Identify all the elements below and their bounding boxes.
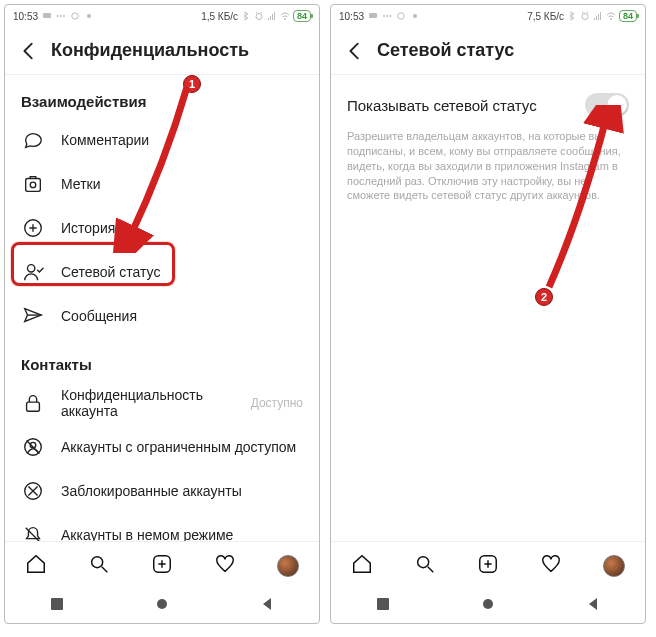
signal-icon <box>593 11 603 21</box>
dot-icon <box>84 11 94 21</box>
row-muted[interactable]: Аккаунты в немом режиме <box>5 513 319 541</box>
row-comments[interactable]: Комментарии <box>5 118 319 162</box>
svg-point-27 <box>610 18 612 20</box>
content-area: Взаимодействия Комментарии Метки История… <box>5 75 319 541</box>
svg-point-19 <box>157 599 167 609</box>
toggle-label: Показывать сетевой статус <box>347 97 537 114</box>
toggle-description: Разрешите владельцам аккаунтов, на котор… <box>331 125 645 207</box>
annotation-badge-1: 1 <box>183 75 201 93</box>
row-tags[interactable]: Метки <box>5 162 319 206</box>
svg-point-31 <box>483 599 493 609</box>
msg-icon <box>368 11 378 21</box>
svg-point-28 <box>418 556 429 567</box>
signal-icon <box>267 11 277 21</box>
back-sys-button[interactable] <box>585 596 601 616</box>
svg-point-21 <box>383 15 385 17</box>
page-title: Конфиденциальность <box>51 40 249 61</box>
wifi-icon <box>280 11 290 21</box>
recents-button[interactable] <box>375 596 391 616</box>
system-nav <box>5 589 319 623</box>
messages-icon <box>21 304 45 328</box>
status-bar: 10:53 1,5 КБ/с 84 <box>5 5 319 27</box>
restricted-icon <box>21 435 45 459</box>
alarm-icon <box>580 11 590 21</box>
search-icon[interactable] <box>414 553 436 579</box>
toggle-switch[interactable] <box>585 93 629 117</box>
home-icon[interactable] <box>25 553 47 579</box>
profile-avatar[interactable] <box>277 555 299 577</box>
sync-icon <box>70 11 80 21</box>
row-account-privacy[interactable]: Конфиденциальность аккаунта Доступно <box>5 381 319 425</box>
svg-point-2 <box>60 15 62 17</box>
svg-point-7 <box>284 18 286 20</box>
bottom-nav <box>5 541 319 589</box>
svg-point-23 <box>389 15 391 17</box>
svg-point-25 <box>413 14 417 18</box>
row-activity-status[interactable]: Сетевой статус <box>5 250 319 294</box>
status-bar: 10:53 7,5 КБ/с 84 <box>331 5 645 27</box>
back-sys-button[interactable] <box>259 596 275 616</box>
home-icon[interactable] <box>351 553 373 579</box>
search-icon[interactable] <box>88 553 110 579</box>
bluetooth-icon <box>567 11 577 21</box>
heart-icon[interactable] <box>214 553 236 579</box>
recents-button[interactable] <box>49 596 65 616</box>
add-post-icon[interactable] <box>151 553 173 579</box>
content-area: Показывать сетевой статус Разрешите влад… <box>331 75 645 541</box>
status-net: 1,5 КБ/с <box>201 11 238 22</box>
battery-icon: 84 <box>293 10 311 22</box>
svg-rect-18 <box>51 598 63 610</box>
dot-icon <box>410 11 420 21</box>
row-label: Аккаунты с ограниченным доступом <box>61 439 303 455</box>
phone-left: 10:53 1,5 КБ/с 84 Конфиденциальность Вза… <box>4 4 320 624</box>
alarm-icon <box>254 11 264 21</box>
row-label: Комментарии <box>61 132 303 148</box>
phone-right: 10:53 7,5 КБ/с 84 Сетевой статус Показыв… <box>330 4 646 624</box>
dots-icon <box>382 11 392 21</box>
svg-rect-8 <box>26 179 41 192</box>
toggle-row-activity-status: Показывать сетевой статус <box>331 75 645 125</box>
tag-icon <box>21 172 45 196</box>
profile-avatar[interactable] <box>603 555 625 577</box>
battery-icon: 84 <box>619 10 637 22</box>
section-interactions: Взаимодействия <box>5 75 319 118</box>
svg-point-9 <box>30 182 36 188</box>
activity-icon <box>21 260 45 284</box>
row-blocked[interactable]: Заблокированные аккаунты <box>5 469 319 513</box>
add-post-icon[interactable] <box>477 553 499 579</box>
svg-point-1 <box>57 15 59 17</box>
app-header: Сетевой статус <box>331 27 645 75</box>
back-button[interactable] <box>341 40 369 62</box>
heart-icon[interactable] <box>540 553 562 579</box>
svg-rect-0 <box>43 13 51 18</box>
row-label: Сетевой статус <box>61 264 303 280</box>
wifi-icon <box>606 11 616 21</box>
status-time: 10:53 <box>13 11 38 22</box>
svg-point-11 <box>28 265 35 272</box>
home-button[interactable] <box>154 596 170 616</box>
svg-point-5 <box>87 14 91 18</box>
svg-rect-20 <box>369 13 377 18</box>
svg-point-16 <box>92 556 103 567</box>
dots-icon <box>56 11 66 21</box>
bluetooth-icon <box>241 11 251 21</box>
svg-point-4 <box>72 13 78 19</box>
muted-icon <box>21 523 45 541</box>
lock-icon <box>21 391 45 415</box>
svg-rect-12 <box>27 402 40 411</box>
row-label: Заблокированные аккаунты <box>61 483 303 499</box>
sync-icon <box>396 11 406 21</box>
home-button[interactable] <box>480 596 496 616</box>
back-button[interactable] <box>15 40 43 62</box>
row-story[interactable]: История <box>5 206 319 250</box>
row-messages[interactable]: Сообщения <box>5 294 319 338</box>
status-time: 10:53 <box>339 11 364 22</box>
row-restricted[interactable]: Аккаунты с ограниченным доступом <box>5 425 319 469</box>
annotation-badge-2: 2 <box>535 288 553 306</box>
section-contacts: Контакты <box>5 338 319 381</box>
app-header: Конфиденциальность <box>5 27 319 75</box>
row-label: Метки <box>61 176 303 192</box>
row-label: История <box>61 220 303 236</box>
svg-point-6 <box>256 14 262 20</box>
svg-point-3 <box>63 15 65 17</box>
